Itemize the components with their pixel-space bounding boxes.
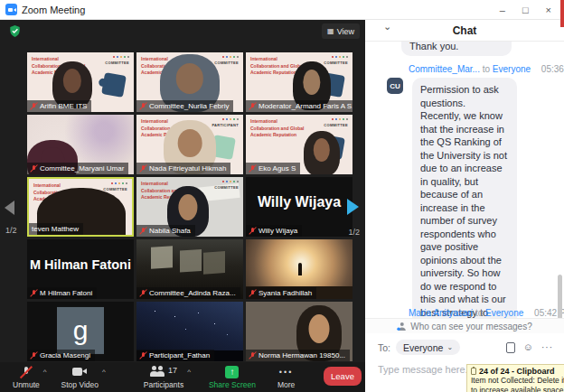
video-tile[interactable]: Committee_Maryani Umar [27,115,134,174]
chat-message-bubble: Thank you. [401,42,512,56]
chat-scrollbar[interactable] [558,275,562,318]
participant-name-label: Arifin BME ITS [27,100,91,112]
mic-off-icon [249,164,256,173]
window-title: Zoom Meeting [22,5,85,15]
mic-off-icon [139,351,146,359]
mic-muted-icon [20,366,33,378]
chat-message-bubble: Permission to ask questions. Recently, w… [412,78,517,318]
puzzle-illustration [101,72,127,98]
participant-name-label: Eko Agus S [246,163,300,174]
recipient-dropdown[interactable]: Everyone ⌄ [396,340,460,355]
camera-icon [72,366,88,378]
participant-name-label: Norma Hermawan 19850... [246,350,350,361]
chevron-down-icon[interactable]: ⌄ [383,21,391,33]
zoom-logo-icon [5,4,17,15]
mic-off-icon [30,164,37,173]
display-name-text: Willy Wijaya [246,177,352,228]
logo-dots [332,56,334,58]
video-tile[interactable]: Committee_Adinda Raza... [136,239,243,299]
audio-options-caret[interactable]: ^ [43,368,47,376]
video-tile-camera-off[interactable]: Willy Wijaya Willy Wijaya [246,177,352,237]
participant-name-label: Gracia Masengi [27,350,95,361]
sender-name: Committee_Mar... [409,64,480,74]
security-shield-icon[interactable] [9,24,21,42]
participant-name-label: Nabila Shafa [136,225,195,237]
participant-name-label: Syania Fadhillah [246,287,316,299]
close-button[interactable]: × [546,5,551,15]
logo-dots [222,181,224,182]
page-indicator: 1/2 [348,228,360,237]
message-meta: Maria Anityasari to Everyone 05:42 PM [409,308,564,318]
virtual-bg-badge: COMMITTEE [105,61,129,65]
video-tile-active-speaker[interactable]: International Collaboration and Global A… [27,177,134,237]
mic-off-icon [139,227,146,235]
clipboard-icon [471,368,476,375]
chevron-down-icon: ⌄ [446,343,453,351]
privacy-note[interactable]: Who can see your messages? [365,318,564,333]
to-label: To: [378,342,390,353]
participant-name-label: Participant_Fathan [136,350,214,361]
page-indicator: 1/2 [5,226,17,235]
virtual-bg-badge: COMMITTEE [214,185,239,190]
mic-off-icon [249,289,256,297]
title-bar: Zoom Meeting – □ × [0,0,564,20]
stop-video-button[interactable]: Stop Video [61,366,99,389]
participant-name-label: Committee_Adinda Raza... [136,287,240,299]
video-tile[interactable]: International Collaboration and Global A… [136,177,243,237]
message-meta: Committee_Mar... to Everyone 05:36 PM [409,64,564,74]
clipboard-tooltip: 24 of 24 - Clipboard Item not Collected:… [466,364,564,392]
person-privacy-icon [397,322,407,331]
video-tile[interactable]: International Collaboration and Global A… [136,52,243,112]
zoom-window: Zoom Meeting – □ × ▦ View International … [0,0,564,392]
mic-off-icon [249,102,256,110]
mic-off-icon [139,289,146,297]
minimize-button[interactable]: – [500,5,505,15]
display-name-text: M Hilman Fatoni [27,239,134,290]
participant-name-label: Committee_Nurlia Febriy [136,100,233,112]
video-tile-camera-off[interactable]: M Hilman Fatoni M Hilman Fatoni [27,239,134,299]
video-tile[interactable]: International Collaboration and Global A… [27,52,134,112]
more-button[interactable]: ••• More [277,366,295,389]
unmute-button[interactable]: Unmute [13,366,40,389]
view-button[interactable]: ▦ View [322,23,360,39]
emoji-icon[interactable]: ☺ [523,342,533,352]
next-page-arrow[interactable] [347,199,359,215]
participant-name-label: Moderator_Armand Faris A S... [246,100,352,112]
previous-page-arrow[interactable] [5,201,14,215]
video-tile[interactable]: International Collaboration and Global A… [136,115,243,174]
virtual-bg-text: International Collaboration and Global A… [250,118,306,139]
participants-options-caret[interactable]: ^ [187,368,191,376]
leave-button[interactable]: Leave [324,367,362,386]
mic-off-icon [30,351,37,359]
video-tile[interactable]: Participant_Fathan [136,302,243,361]
red-edge-artifact [560,0,564,27]
file-attach-icon[interactable] [506,342,515,353]
share-screen-button[interactable]: ↑ Share Screen [209,366,256,389]
participants-icon [150,366,165,378]
video-tile[interactable]: International Collaboration and Global A… [246,115,352,174]
participant-video [298,263,302,275]
participant-name-label: Willy Wijaya [246,225,302,237]
mic-off-icon [139,164,146,173]
video-gallery-area: ▦ View International Collaboration and G… [0,20,365,392]
logo-dots [332,118,334,120]
participant-name-label: teven Matthew [29,223,83,235]
logo-dots [222,56,224,58]
message-time: 05:36 PM [541,64,564,74]
video-tile[interactable]: Norma Hermawan 19850... [246,302,352,361]
recipient-name: Everyone [485,308,523,318]
maximize-button[interactable]: □ [522,5,529,15]
video-tile-camera-off[interactable]: g Gracia Masengi [27,302,134,361]
mic-off-icon [30,102,37,110]
video-tile[interactable]: Syania Fadhillah [246,239,352,299]
participants-button[interactable]: 17 Participants [144,366,183,389]
more-options-icon[interactable]: ··· [541,342,553,352]
sender-name: Maria Anityasari [409,308,473,318]
chat-messages[interactable]: Thank you. Committee_Mar... to Everyone … [365,42,564,318]
video-options-caret[interactable]: ^ [102,368,106,376]
tooltip-title: 24 of 24 - Clipboard [479,367,555,376]
meeting-toolbar: Unmute ^ Stop Video ^ 17 Participants ^ [0,362,365,392]
logo-dots [111,182,113,184]
mic-off-icon [249,227,256,235]
video-tile[interactable]: International Collaboration and Global A… [246,52,352,112]
